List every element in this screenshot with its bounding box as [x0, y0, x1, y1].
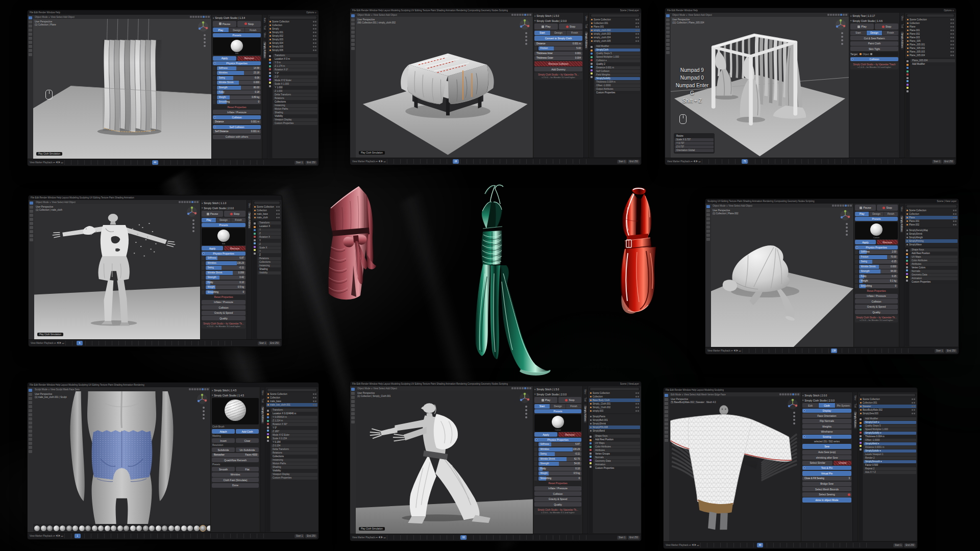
property-row[interactable]: Z 1.000	[273, 90, 317, 93]
sidebar-tab-view[interactable]: View	[854, 395, 856, 400]
viewport-header-icon[interactable]	[782, 393, 784, 395]
tool-icon[interactable]	[666, 43, 670, 46]
pause-play-button[interactable]: Play	[850, 23, 874, 30]
tool-icon[interactable]	[30, 238, 33, 241]
slider[interactable]: Stiffness6.87	[538, 442, 582, 446]
tool-icon[interactable]	[29, 421, 32, 424]
properties-tab-icon[interactable]	[590, 462, 592, 464]
properties-tab-icon[interactable]	[254, 242, 256, 244]
tab-start[interactable]: Start	[534, 31, 550, 35]
property-row[interactable]: Y 0.154	[271, 441, 317, 444]
primary-button[interactable]: Sew	[802, 444, 851, 449]
properties-tab-icon[interactable]	[590, 449, 592, 451]
render-icon[interactable]	[638, 33, 639, 35]
slider[interactable]: Stiffness14.58	[217, 66, 261, 70]
tool-icon[interactable]	[29, 401, 32, 404]
properties-tab-icon[interactable]	[906, 73, 909, 76]
value-field[interactable]: Thickness Outer0.004	[534, 56, 582, 60]
render-icon[interactable]	[315, 32, 316, 33]
visibility-icon[interactable]	[635, 30, 637, 31]
visibility-icon[interactable]	[950, 19, 952, 20]
preset-preview[interactable]: Cotton	[855, 222, 898, 239]
nav-gizmo[interactable]	[197, 20, 209, 35]
visibility-icon[interactable]	[635, 407, 637, 408]
render-icon[interactable]	[638, 403, 639, 405]
outliner-item[interactable]: Plane.003	[906, 36, 955, 39]
render-icon[interactable]	[278, 213, 280, 215]
addon-section-title[interactable]: ▾Simply Cloth Studio | 1.4.5	[212, 393, 259, 397]
properties-tab-icon[interactable]	[906, 64, 909, 66]
vertex-group-item[interactable]: SimplyPIN.008	[589, 425, 640, 429]
viewport-header-icon[interactable]	[514, 387, 516, 389]
render-icon[interactable]	[638, 40, 639, 42]
addon-section-title[interactable]: ▾Simply Cloth Studio | 2.0.0	[802, 398, 851, 403]
remove-sew-button[interactable]: Unsew	[834, 461, 851, 465]
property-row[interactable]: Z 1.174 m	[273, 65, 317, 68]
outliner-search[interactable]	[591, 14, 639, 17]
viewport-tool-icon[interactable]	[525, 416, 527, 418]
viewport-tool-icon[interactable]	[793, 422, 795, 424]
property-row[interactable]: Instancing	[271, 459, 317, 462]
property-row[interactable]: Speed Multiplier 1.000	[595, 56, 640, 59]
value-field[interactable]: Distance0.001 m	[213, 120, 261, 124]
sidebar-tab-view[interactable]: View	[584, 389, 586, 394]
render-icon[interactable]	[315, 39, 316, 40]
viewport-tool-icon[interactable]	[846, 230, 848, 232]
render-icon[interactable]	[952, 51, 954, 53]
panel-button[interactable]: Done	[212, 483, 259, 488]
viewport-3d[interactable]: Object Mode ∨ View Select Add Object Use…	[671, 13, 849, 158]
tab-design[interactable]: Design	[550, 404, 566, 409]
properties-tab-icon[interactable]	[254, 249, 256, 251]
slider[interactable]: Friction5.00	[538, 46, 583, 51]
properties-tab-icon[interactable]	[860, 429, 862, 431]
slider[interactable]: Weight0.1 kg	[859, 279, 898, 283]
tool-icon[interactable]	[30, 210, 33, 213]
viewport-header-icon[interactable]	[198, 16, 200, 18]
property-row[interactable]: Speed Multiplier 1.000	[864, 428, 916, 431]
properties-tab-icon[interactable]	[267, 440, 269, 442]
property-row[interactable]: Self Collision	[595, 70, 640, 73]
property-row[interactable]: Viewport Display	[273, 118, 317, 121]
panel-button[interactable]: Quadriflow Remesh	[212, 458, 259, 462]
property-row[interactable]: SimplySolidify ▾	[864, 432, 916, 435]
tool-icon[interactable]	[351, 396, 355, 399]
visibility-icon[interactable]	[313, 49, 314, 51]
panel-button[interactable]: Collision	[855, 299, 898, 304]
preset-preview[interactable]: Silk	[202, 228, 246, 245]
render-icon[interactable]	[638, 26, 639, 28]
property-row[interactable]: Collision ▾	[595, 59, 640, 62]
panel-button[interactable]: Paint Cloth	[850, 41, 898, 46]
tool-icon[interactable]	[29, 16, 32, 19]
outliner-item[interactable]: male_base	[253, 212, 281, 216]
property-row[interactable]: Custom Properties	[595, 91, 640, 94]
nav-gizmo[interactable]	[839, 209, 851, 223]
panel-button[interactable]: Inflate / Pressure	[855, 294, 898, 298]
outliner-item[interactable]: simply.003	[589, 409, 640, 413]
render-icon[interactable]	[955, 213, 957, 215]
visibility-icon[interactable]	[953, 217, 954, 218]
render-icon[interactable]	[278, 206, 280, 208]
brush-thumbnail[interactable]	[187, 525, 193, 531]
viewport-header-icon[interactable]	[205, 16, 207, 18]
outliner-item[interactable]: male_base	[266, 399, 317, 403]
nav-gizmo[interactable]	[787, 398, 799, 412]
tool-icon[interactable]	[351, 412, 355, 415]
property-row[interactable]: Quality Steps 5	[864, 424, 916, 428]
visibility-icon[interactable]	[313, 35, 314, 37]
render-icon[interactable]	[638, 22, 639, 24]
outliner-item[interactable]: Simply.001	[268, 31, 317, 34]
render-icon[interactable]	[315, 28, 316, 30]
visibility-icon[interactable]	[635, 37, 637, 38]
slider[interactable]: Smoothing0	[206, 290, 246, 294]
properties-tab-icon[interactable]	[269, 65, 271, 67]
panel-button[interactable]: Inflate / Pressure	[213, 110, 261, 114]
viewport-header-icon[interactable]	[522, 14, 524, 16]
sidebar-tab-view[interactable]: View	[261, 390, 264, 395]
viewport-3d[interactable]: Sculpt Mode ∨ View Sculpt Mask Face Sets…	[33, 387, 210, 532]
property-row[interactable]: Y 0.059414 m	[271, 416, 317, 419]
viewport-tool-icon[interactable]	[793, 415, 795, 417]
property-row[interactable]: Transform	[271, 409, 317, 412]
sidebar-tab-tool[interactable]: Tool	[584, 397, 586, 402]
panel-button[interactable]: Gravity & Speed	[855, 305, 898, 309]
property-row[interactable]: Instancing	[258, 264, 281, 267]
